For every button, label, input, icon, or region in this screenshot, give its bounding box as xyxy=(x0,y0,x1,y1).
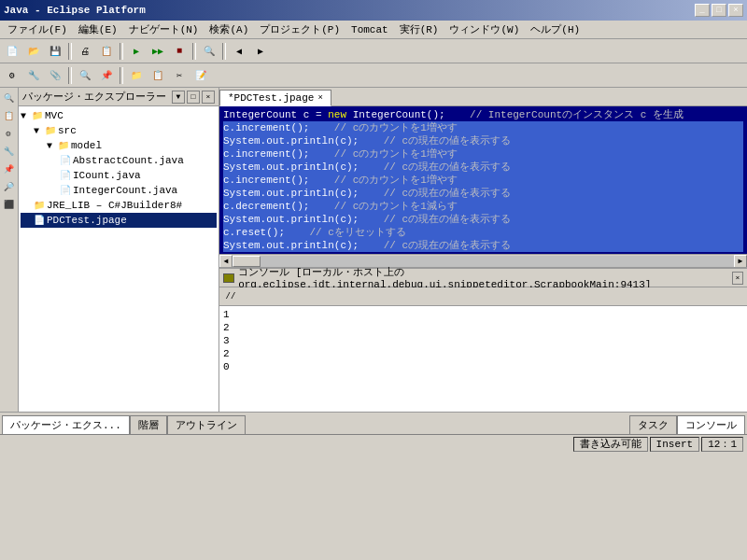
editor-tab-label: *PDCTest.jpage xyxy=(228,92,314,104)
minimize-button[interactable]: _ xyxy=(695,4,710,17)
scroll-right[interactable]: ▶ xyxy=(734,255,747,268)
bottom-tab-right[interactable]: タスク xyxy=(629,415,677,434)
menu-item-検索(A)[interactable]: 検索(A) xyxy=(204,21,254,38)
insert-mode: Insert xyxy=(650,437,700,452)
status-bar: 書き込み可能 Insert 12：1 xyxy=(0,434,747,453)
bottom-left-tabs: パッケージ・エクス...階層アウトライン xyxy=(2,415,246,434)
code-padding xyxy=(359,161,383,174)
tb2-btn9[interactable]: 📝 xyxy=(190,66,211,85)
tree-area[interactable]: ▼ 📁MVC▼ 📁src▼ 📁model📄AbstractCount.java📄… xyxy=(19,106,218,412)
tb2-btn3[interactable]: 📎 xyxy=(45,66,65,85)
nav-back[interactable]: ◀ xyxy=(229,42,249,61)
menu-item-プロジェクト(P)[interactable]: プロジェクト(P) xyxy=(254,21,345,38)
stop-button[interactable]: ■ xyxy=(169,42,190,61)
tree-item[interactable]: ▼ 📁MVC xyxy=(21,108,217,123)
maximize-button[interactable]: □ xyxy=(712,4,726,17)
tree-item[interactable]: ▼ 📁model xyxy=(21,138,217,153)
code-text: c.increment(); xyxy=(223,121,309,134)
menu-item-ファイル(F)[interactable]: ファイル(F) xyxy=(2,21,73,38)
code-text: c.reset(); xyxy=(223,226,285,239)
search-button[interactable]: 🔍 xyxy=(199,42,219,61)
write-mode: 書き込み可能 xyxy=(573,437,648,452)
console-output: 12320 xyxy=(219,306,747,412)
side-icon-1[interactable]: 📋 xyxy=(0,107,17,124)
tb2-btn6[interactable]: 📁 xyxy=(126,66,147,85)
run-button[interactable]: ▶ xyxy=(126,42,147,61)
tb2-btn7[interactable]: 📋 xyxy=(148,66,168,85)
code-comment: // cのカウントを1増やす xyxy=(334,174,458,187)
console-line: 0 xyxy=(223,360,743,373)
open-button[interactable]: 📂 xyxy=(23,42,44,61)
menu-item-ナビゲート(N)[interactable]: ナビゲート(N) xyxy=(123,21,204,38)
explorer-maximize-btn[interactable]: □ xyxy=(187,91,200,104)
bottom-tab-left[interactable]: 階層 xyxy=(130,415,167,434)
explorer-close-btn[interactable]: × xyxy=(202,91,215,104)
left-side-icons: 🔍📋⚙🔧📌🔎⬛ xyxy=(0,88,19,412)
editor-tab-close[interactable]: × xyxy=(317,93,322,103)
menu-item-ヘルプ(H)[interactable]: ヘルプ(H) xyxy=(525,21,585,38)
sep6 xyxy=(120,67,123,84)
save-button[interactable]: 💾 xyxy=(45,42,65,61)
title-buttons: _ □ × xyxy=(695,4,743,17)
debug-button[interactable]: ▶▶ xyxy=(148,42,168,61)
tree-label: IntegerCount.java xyxy=(73,185,177,196)
console-close-btn[interactable]: × xyxy=(732,272,743,285)
menu-item-Tomcat[interactable]: Tomcat xyxy=(345,22,394,37)
console-title-text: コンソール [ローカル・ホスト上の org.eclipse.jdt.intern… xyxy=(238,265,732,290)
tree-label: src xyxy=(58,125,77,136)
menu-item-ウィンドウ(W)[interactable]: ウィンドウ(W) xyxy=(444,21,525,38)
code-text: c.decrement(); xyxy=(223,200,309,213)
code-comment: // cのカウントを1増やす xyxy=(334,121,458,134)
editor-area: *PDCTest.jpage × IntegerCount c = new In… xyxy=(219,88,747,267)
code-line: c.decrement(); // cのカウントを1減らす xyxy=(223,200,743,213)
code-padding xyxy=(309,200,333,213)
code-text: System.out.println(c); xyxy=(223,213,359,226)
tree-item[interactable]: 📄IntegerCount.java xyxy=(21,183,217,198)
tb2-btn4[interactable]: 🔍 xyxy=(75,66,95,85)
code-line: System.out.println(c); // cの現在の値を表示する xyxy=(223,239,743,252)
code-padding xyxy=(309,147,333,161)
new-button[interactable]: 📄 xyxy=(2,42,22,61)
tree-item[interactable]: 📄ICount.java xyxy=(21,168,217,183)
menu-item-実行(R)[interactable]: 実行(R) xyxy=(394,21,444,38)
bottom-tab-left[interactable]: アウトライン xyxy=(167,415,246,434)
menu-bar: ファイル(F)編集(E)ナビゲート(N)検索(A)プロジェクト(P)Tomcat… xyxy=(0,21,747,39)
print-button[interactable]: 🖨 xyxy=(75,42,95,61)
code-comment: // cの現在の値を表示する xyxy=(384,239,511,252)
toolbar2: ⚙ 🔧 📎 🔍 📌 📁 📋 ✂ 📝 xyxy=(0,63,747,88)
tb2-btn1[interactable]: ⚙ xyxy=(2,66,22,85)
tb2-btn2[interactable]: 🔧 xyxy=(23,66,44,85)
sep5 xyxy=(68,67,72,84)
bottom-tab-right[interactable]: コンソール xyxy=(677,415,745,434)
tree-item[interactable]: 📁JRE_LIB – C#JBuilder8# xyxy=(21,198,217,213)
tree-label: ICount.java xyxy=(73,170,141,181)
code-line: c.increment(); // cのカウントを1増やす xyxy=(223,174,743,187)
console-area: コンソール [ローカル・ホスト上の org.eclipse.jdt.intern… xyxy=(219,267,747,412)
tb2-btn8[interactable]: ✂ xyxy=(169,66,190,85)
sep3 xyxy=(192,43,196,60)
code-comment: // cの現在の値を表示する xyxy=(384,187,511,200)
code-text: IntegerCount c = new IntegerCount(); xyxy=(223,108,445,121)
tree-item[interactable]: ▼ 📁src xyxy=(21,123,217,138)
tb2-btn5[interactable]: 📌 xyxy=(96,66,117,85)
code-editor[interactable]: IntegerCount c = new IntegerCount(); // … xyxy=(219,106,747,254)
bottom-tab-left[interactable]: パッケージ・エクス... xyxy=(2,415,130,434)
editor-tab-pdctest[interactable]: *PDCTest.jpage × xyxy=(219,90,331,106)
explorer-minimize-btn[interactable]: ▼ xyxy=(172,91,185,104)
menu-item-編集(E)[interactable]: 編集(E) xyxy=(73,21,123,38)
side-icon-5[interactable]: 🔎 xyxy=(0,178,17,195)
code-padding xyxy=(359,239,383,252)
side-icon-2[interactable]: ⚙ xyxy=(0,125,17,142)
copy-button[interactable]: 📋 xyxy=(96,42,117,61)
close-button[interactable]: × xyxy=(728,4,743,17)
tree-item[interactable]: 📄PDCTest.jpage xyxy=(21,213,217,228)
nav-forward[interactable]: ▶ xyxy=(250,42,271,61)
tree-icon: ▼ 📁 xyxy=(34,125,56,136)
side-icon-6[interactable]: ⬛ xyxy=(0,196,17,213)
side-icon-0[interactable]: 🔍 xyxy=(0,90,17,106)
side-icon-4[interactable]: 📌 xyxy=(0,161,17,177)
tree-item[interactable]: 📄AbstractCount.java xyxy=(21,153,217,168)
side-icon-3[interactable]: 🔧 xyxy=(0,143,17,160)
console-tb-btn[interactable]: // xyxy=(223,289,238,304)
sep1 xyxy=(68,43,72,60)
